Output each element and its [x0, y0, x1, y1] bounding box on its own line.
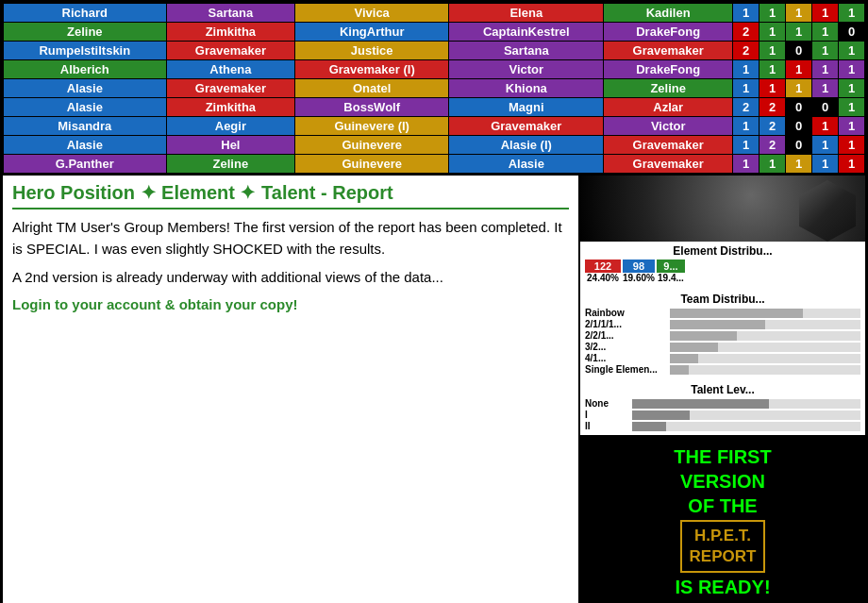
num-cell: 1 — [760, 60, 786, 79]
hero-cell: Gravemaker — [604, 42, 733, 60]
num-cell: 1 — [786, 60, 812, 79]
hpet-box: THE FIRST VERSION OF THE H.P.E.T.REPORT … — [580, 435, 865, 603]
talent-row: I — [585, 410, 860, 420]
hero-cell: Elena — [449, 4, 604, 23]
hero-cell: BossWolf — [295, 98, 449, 117]
team-row: Single Elemen... — [585, 364, 860, 375]
hero-table: RichardSartanaVivicaElenaKadilen11111Zel… — [3, 3, 865, 174]
talent-row: None — [585, 398, 860, 409]
num-cell: 1 — [733, 136, 760, 155]
hpet-line4: IS READY! — [675, 575, 770, 599]
num-cell: 0 — [786, 42, 812, 60]
hero-cell: Gravemaker — [449, 117, 604, 136]
num-cell: 1 — [733, 4, 760, 23]
report-body2: A 2nd version is already underway with a… — [12, 267, 569, 289]
hero-cell: Gravemaker — [166, 42, 295, 60]
team-row: 2/1/1/1... — [585, 319, 860, 329]
hero-cell: DrakeFong — [604, 23, 733, 42]
report-link[interactable]: Login to your account & obtain your copy… — [12, 296, 569, 312]
hero-cell: Alasie — [4, 79, 167, 98]
num-cell: 1 — [812, 42, 839, 60]
hero-cell: Zeline — [604, 79, 733, 98]
num-cell: 1 — [760, 4, 786, 23]
right-panel: Element Distribu... 12224.40%9819.60%9..… — [578, 176, 865, 603]
num-cell: 1 — [839, 42, 865, 60]
team-row: 2/2/1... — [585, 330, 860, 341]
num-cell: 1 — [812, 23, 839, 42]
hero-cell: Azlar — [604, 98, 733, 117]
num-cell: 1 — [733, 117, 760, 136]
num-cell: 1 — [812, 117, 839, 136]
hero-cell: Gravemaker — [166, 79, 295, 98]
hero-cell: Zeline — [166, 155, 295, 174]
num-cell: 1 — [839, 117, 865, 136]
bottom-section: Hero Position ✦ Element ✦ Talent - Repor… — [3, 174, 865, 603]
num-cell: 0 — [786, 136, 812, 155]
num-cell: 1 — [839, 60, 865, 79]
hero-cell: Sartana — [166, 4, 295, 23]
element-bar: 9819.60% — [623, 260, 655, 283]
hero-cell: KingArthur — [295, 23, 449, 42]
num-cell: 2 — [733, 42, 760, 60]
num-cell: 1 — [812, 136, 839, 155]
talent-area: Talent Lev... NoneIII — [580, 380, 865, 435]
hero-cell: Richard — [4, 4, 167, 23]
num-cell: 2 — [733, 98, 760, 117]
num-cell: 2 — [760, 136, 786, 155]
hero-cell: Kadilen — [604, 4, 733, 23]
hero-cell: Onatel — [295, 79, 449, 98]
num-cell: 2 — [760, 117, 786, 136]
num-cell: 1 — [786, 155, 812, 174]
report-title: Hero Position ✦ Element ✦ Talent - Repor… — [12, 181, 569, 209]
hero-cell: Aegir — [166, 117, 295, 136]
num-cell: 0 — [786, 117, 812, 136]
hero-cell: Khiona — [449, 79, 604, 98]
hero-cell: Sartana — [449, 42, 604, 60]
hero-cell: G.Panther — [4, 155, 167, 174]
num-cell: 1 — [786, 79, 812, 98]
num-cell: 1 — [839, 4, 865, 23]
element-dist-area: Element Distribu... 12224.40%9819.60%9..… — [580, 242, 865, 288]
num-cell: 1 — [812, 4, 839, 23]
num-cell: 0 — [786, 98, 812, 117]
hero-table-section: RichardSartanaVivicaElenaKadilen11111Zel… — [3, 3, 865, 174]
hero-cell: Rumpelstiltskin — [4, 42, 167, 60]
num-cell: 1 — [839, 155, 865, 174]
team-dist-title: Team Distribu... — [585, 293, 860, 306]
hero-cell: Victor — [604, 117, 733, 136]
talent-row: II — [585, 421, 860, 431]
team-dist-area: Team Distribu... Rainbow2/1/1/1...2/2/1.… — [580, 290, 865, 378]
team-row: 3/2... — [585, 342, 860, 352]
hero-cell: Alasie — [4, 136, 167, 155]
num-cell: 1 — [839, 136, 865, 155]
num-cell: 1 — [812, 60, 839, 79]
num-cell: 1 — [733, 60, 760, 79]
left-panel: Hero Position ✦ Element ✦ Talent - Repor… — [3, 176, 578, 603]
num-cell: 1 — [760, 42, 786, 60]
num-cell: 1 — [839, 79, 865, 98]
hero-cell: Hel — [166, 136, 295, 155]
hero-cell: Gravemaker (I) — [295, 60, 449, 79]
stats-right-wrapper: Element Distribu... 12224.40%9819.60%9..… — [580, 242, 865, 435]
hero-cell: Magni — [449, 98, 604, 117]
num-cell: 1 — [786, 4, 812, 23]
hpet-inner-box: H.P.E.T.REPORT — [680, 520, 766, 573]
main-container: RichardSartanaVivicaElenaKadilen11111Zel… — [0, 0, 868, 603]
team-row: 4/1... — [585, 353, 860, 363]
hero-cell: Alasie — [449, 155, 604, 174]
num-cell: 0 — [812, 98, 839, 117]
hero-cell: Zeline — [4, 23, 167, 42]
num-cell: 1 — [733, 79, 760, 98]
num-cell: 2 — [733, 23, 760, 42]
hero-cell: DrakeFong — [604, 60, 733, 79]
hero-cell: Victor — [449, 60, 604, 79]
num-cell: 1 — [839, 98, 865, 117]
num-cell: 2 — [760, 98, 786, 117]
hero-cell: Zimkitha — [166, 98, 295, 117]
hero-cell: Guinevere — [295, 155, 449, 174]
hero-cell: Vivica — [295, 4, 449, 23]
num-cell: 1 — [812, 79, 839, 98]
hero-cell: Gravemaker — [604, 136, 733, 155]
element-dist-title: Element Distribu... — [585, 244, 860, 258]
hpet-line1: THE FIRST — [674, 444, 771, 469]
